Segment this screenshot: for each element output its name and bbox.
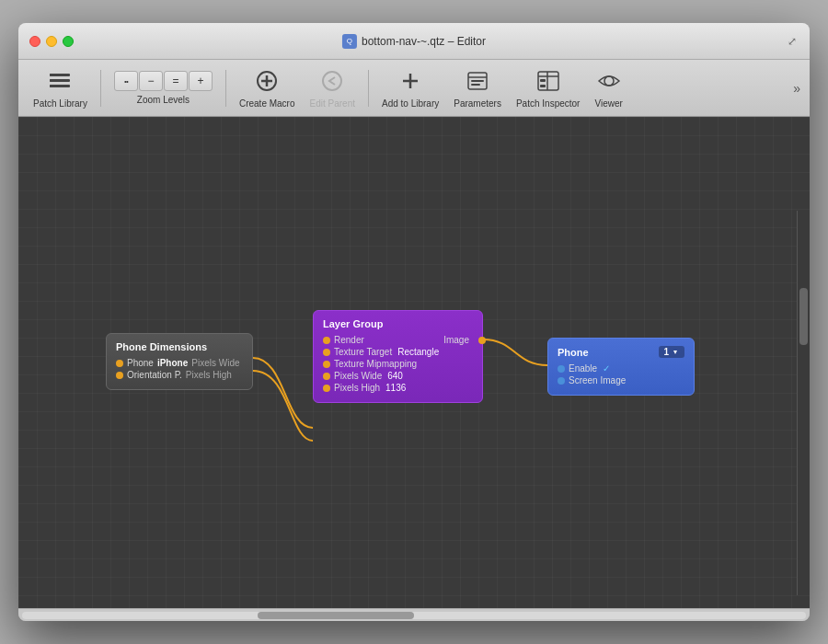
svg-rect-19 (540, 79, 546, 82)
create-macro-button[interactable]: Create Macro (234, 63, 301, 112)
create-macro-icon (253, 67, 281, 95)
separator-2 (225, 70, 226, 107)
svg-rect-15 (471, 84, 480, 86)
patch-inspector-button[interactable]: Patch Inspector (511, 63, 585, 112)
create-macro-label: Create Macro (239, 98, 295, 109)
window-title: Q bottom-nav-~.qtz – Editor (342, 34, 486, 49)
traffic-lights (29, 36, 74, 47)
patch-phone-dimensions[interactable]: Phone Dimensions Phone iPhone Pixels Wid… (106, 333, 253, 390)
svg-point-21 (604, 76, 614, 86)
zoom-equal-button[interactable]: = (164, 71, 188, 91)
patch-phone-title: Phone 1 (558, 346, 684, 358)
patch-library-label: Patch Library (33, 98, 87, 109)
patch-inspector-icon (535, 67, 562, 95)
edit-parent-label: Edit Parent (310, 98, 355, 109)
patch-phone-dim-title: Phone Dimensions (116, 341, 243, 352)
viewer-button[interactable]: Viewer (589, 63, 627, 112)
port-dot-orange (323, 349, 330, 356)
toolbar-overflow-button[interactable]: » (793, 81, 800, 96)
port-row-render: Render Image (323, 335, 473, 345)
canvas-area[interactable]: Phone Dimensions Phone iPhone Pixels Wid… (18, 117, 810, 608)
zoom-plus-button[interactable]: + (189, 71, 213, 91)
port-row: Texture Target Rectangle (323, 347, 473, 357)
close-button[interactable] (29, 36, 40, 47)
viewer-icon (595, 67, 623, 95)
svg-rect-20 (540, 85, 546, 87)
port-dot-orange (323, 373, 330, 380)
port-dot-orange (323, 337, 330, 344)
zoom-dots-button[interactable]: •• (114, 71, 138, 91)
parameters-icon (464, 67, 491, 95)
port-row: Texture Mipmapping (323, 359, 473, 369)
patch-library-button[interactable]: Patch Library (28, 63, 93, 112)
patch-phone-number: 1 (659, 346, 684, 358)
toolbar: Patch Library •• − = + Zoom Levels (18, 60, 810, 117)
port-row: Orientation P. Pixels High (116, 370, 243, 380)
zoom-levels-label: Zoom Levels (137, 95, 190, 105)
scrollbar-thumb (258, 612, 414, 619)
add-to-library-button[interactable]: Add to Library (376, 63, 444, 112)
port-dot-orange (116, 372, 123, 379)
patch-library-icon (46, 67, 74, 95)
port-dot-right-orange (478, 337, 486, 344)
separator-3 (368, 70, 369, 107)
port-row: Pixels High 1136 (323, 383, 473, 393)
fullscreen-button[interactable]: ⤢ (784, 33, 800, 50)
patch-phone[interactable]: Phone 1 Enable ✓ Screen Image (547, 338, 695, 396)
edit-parent-button[interactable]: Edit Parent (305, 63, 361, 112)
port-dot-orange (116, 360, 123, 367)
port-row: Phone iPhone Pixels Wide (116, 358, 243, 368)
svg-rect-5 (50, 85, 53, 87)
file-icon: Q (342, 34, 357, 49)
zoom-controls: •• − = + (114, 71, 213, 91)
zoom-group: •• − = + Zoom Levels (109, 71, 218, 105)
zoom-minus-button[interactable]: − (139, 71, 163, 91)
parameters-button[interactable]: Parameters (448, 63, 507, 112)
separator-1 (100, 70, 101, 107)
add-to-library-icon (397, 67, 424, 95)
svg-rect-4 (50, 79, 53, 82)
port-dot-orange (323, 361, 330, 368)
maximize-button[interactable] (63, 36, 74, 47)
patch-inspector-label: Patch Inspector (516, 98, 580, 109)
port-row: Pixels Wide 640 (323, 371, 473, 381)
port-dot-blue (558, 377, 565, 385)
patch-layer-group-title: Layer Group (323, 318, 473, 329)
port-dot-blue (558, 365, 565, 373)
port-dot-orange (323, 385, 330, 392)
patch-layer-group[interactable]: Layer Group Render Image Texture Target … (313, 310, 483, 403)
main-window: Q bottom-nav-~.qtz – Editor ⤢ Patch Libr… (18, 23, 810, 621)
scrollbar-track (22, 612, 806, 619)
edit-parent-icon (318, 67, 346, 95)
svg-rect-14 (471, 80, 484, 82)
viewer-label: Viewer (594, 98, 622, 109)
minimize-button[interactable] (46, 36, 57, 47)
svg-point-9 (323, 72, 341, 90)
add-to-library-label: Add to Library (382, 98, 439, 109)
right-scrollbar-thumb (799, 288, 808, 346)
bottom-scrollbar[interactable] (18, 608, 810, 621)
port-row: Screen Image (558, 375, 684, 385)
titlebar: Q bottom-nav-~.qtz – Editor ⤢ (18, 23, 810, 60)
port-row: Enable ✓ (558, 363, 684, 374)
svg-rect-3 (50, 74, 53, 76)
parameters-label: Parameters (454, 98, 501, 109)
right-scrollbar[interactable] (797, 211, 810, 595)
